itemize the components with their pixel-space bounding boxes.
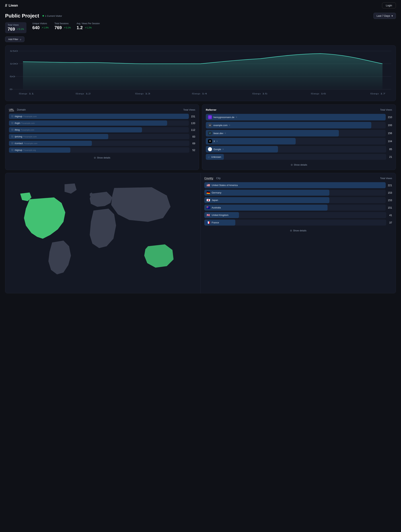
url-row-count: 151 bbox=[189, 115, 195, 118]
ref-row-count: 104 bbox=[386, 140, 392, 143]
url-row-content[interactable]: ⛓ /pricing ⧉example.com bbox=[9, 134, 189, 139]
url-row-content[interactable]: ⛓ /login ⧉example.com bbox=[9, 120, 189, 126]
panels-row: URL Domain Total Views ⛓ /signup ⧉exampl… bbox=[5, 104, 396, 170]
geo-col-label: Total Views bbox=[380, 177, 392, 180]
ref-row-label: ✕ X ⧉ bbox=[208, 139, 218, 143]
tab-city[interactable]: City bbox=[216, 177, 221, 180]
stats-row: Total Views 769 3.1% Unique Visitors 640… bbox=[5, 22, 396, 33]
geo-table-row: 🇬🇧 United Kingdom41 bbox=[204, 212, 392, 218]
geo-row-content[interactable]: 🇦🇺 Australia bbox=[204, 205, 386, 211]
stat-label-0: Total Views bbox=[8, 24, 24, 26]
tab-url[interactable]: URL bbox=[9, 108, 14, 111]
ext-link-icon: ⧉ bbox=[225, 132, 226, 134]
tab-domain[interactable]: Domain bbox=[17, 108, 26, 111]
url-table-row: ⛓ /blog ⧉example.com 112 bbox=[9, 127, 195, 133]
stat-value-row-1: 640 1.9% bbox=[32, 25, 49, 30]
url-domain: ⧉example.org bbox=[23, 149, 36, 151]
stat-value-row-0: 769 3.1% bbox=[8, 27, 24, 32]
geo-table-row: 🇫🇷 France37 bbox=[204, 220, 392, 226]
url-show-details[interactable]: ⊙ Show details bbox=[9, 154, 195, 159]
url-row-count: 69 bbox=[189, 142, 195, 145]
ext-link-icon: ⧉ bbox=[223, 148, 224, 150]
ref-row-content[interactable]: ⌕ Unknown bbox=[206, 154, 386, 160]
svg-text:Sep 11: Sep 11 bbox=[19, 93, 34, 95]
world-map-svg bbox=[9, 177, 197, 290]
chevron-down-icon: ▾ bbox=[392, 14, 393, 17]
geo-panel-header: Country City Total Views bbox=[204, 177, 392, 180]
date-range-label: Last 7 Days bbox=[376, 14, 390, 17]
tab-country[interactable]: Country bbox=[204, 177, 213, 180]
stat-avg-views: Avg. Views Per Session 1.2 1.2% bbox=[76, 22, 100, 30]
url-domain: ⧉example.com bbox=[24, 142, 37, 145]
logo-text: Liwan bbox=[9, 4, 18, 7]
url-row-content[interactable]: ⛓ /signup ⧉example.com bbox=[9, 114, 189, 119]
ref-table-row: ⌕ Unknown 21 bbox=[206, 154, 392, 160]
ref-name: Google bbox=[213, 148, 221, 151]
geo-row-label: 🇫🇷 France bbox=[207, 221, 219, 224]
ref-row-label: ● example.com ⧉ bbox=[208, 123, 230, 127]
geo-row-count: 37 bbox=[386, 221, 392, 224]
referrer-show-details[interactable]: ⊙ Show details bbox=[206, 161, 392, 166]
url-path: /login bbox=[15, 122, 20, 124]
url-domain: ⧉example.com bbox=[21, 122, 35, 124]
ext-link-icon: ⧉ bbox=[229, 124, 230, 126]
svg-text:150: 150 bbox=[10, 50, 18, 52]
ref-row-count: 156 bbox=[386, 132, 392, 135]
url-row-label: ⛓ /signup ⧉example.org bbox=[11, 149, 36, 152]
country-flag: 🇫🇷 bbox=[207, 221, 210, 224]
svg-text:50: 50 bbox=[10, 76, 15, 78]
ref-name: example.com bbox=[213, 124, 228, 127]
svg-text:Sep 12: Sep 12 bbox=[75, 93, 91, 95]
url-row-content[interactable]: ⛓ /signup ⧉example.org bbox=[9, 147, 189, 153]
geo-row-label: 🇯🇵 Japan bbox=[207, 198, 218, 202]
login-button[interactable]: Login bbox=[382, 3, 396, 8]
external-link-icon: ⧉ bbox=[23, 136, 25, 138]
date-range-selector[interactable]: Last 7 Days ▾ bbox=[374, 13, 396, 19]
ref-row-content[interactable]: ✕ X ⧉ bbox=[206, 138, 386, 145]
ref-row-content[interactable]: ⬡ henrygressmann.de ⧉ bbox=[206, 114, 386, 120]
url-row-label: ⛓ /blog ⧉example.com bbox=[11, 128, 34, 131]
stat-unique-visitors: Unique Visitors 640 1.9% bbox=[32, 22, 49, 30]
add-filter-button[interactable]: Add Filter ⌕ bbox=[5, 37, 25, 42]
geo-row-count: 153 bbox=[386, 191, 392, 194]
stat-change-1: 1.9% bbox=[41, 26, 49, 29]
ref-row-content[interactable]: ● example.com ⧉ bbox=[206, 122, 386, 128]
geo-show-details-label: Show details bbox=[293, 229, 306, 232]
ref-row-label: // liwan.dev ⧉ bbox=[208, 131, 226, 135]
geo-row-content[interactable]: 🇯🇵 Japan bbox=[204, 197, 386, 203]
geo-rows: 🇺🇸 United States of America221🇩🇪 Germany… bbox=[204, 182, 392, 226]
geo-row-content[interactable]: 🇩🇪 Germany bbox=[204, 190, 386, 196]
geo-show-details[interactable]: ⊙ Show details bbox=[204, 227, 392, 232]
geo-row-content[interactable]: 🇬🇧 United Kingdom bbox=[204, 212, 386, 218]
referrer-header-label: Referrer bbox=[206, 108, 216, 111]
logo: // Liwan bbox=[5, 3, 18, 8]
external-link-icon: ⧉ bbox=[23, 149, 25, 151]
external-link-icon: ⧉ bbox=[21, 129, 22, 131]
ref-table-row: G Google ⧉85 bbox=[206, 146, 392, 152]
url-row-content[interactable]: ⛓ /contact ⧉example.com bbox=[9, 141, 189, 146]
geo-row-count: 153 bbox=[386, 199, 392, 202]
stat-label-1: Unique Visitors bbox=[32, 22, 49, 25]
geo-row-count: 151 bbox=[386, 206, 392, 209]
svg-text:Sep 15: Sep 15 bbox=[252, 93, 267, 95]
ref-row-content[interactable]: G Google ⧉ bbox=[206, 146, 386, 152]
referrer-icon: G bbox=[208, 147, 212, 151]
stat-label-3: Avg. Views Per Session bbox=[76, 22, 100, 25]
geo-row-count: 41 bbox=[386, 214, 392, 217]
url-path: /signup bbox=[15, 115, 22, 118]
url-row-content[interactable]: ⛓ /blog ⧉example.com bbox=[9, 127, 189, 133]
ref-row-content[interactable]: // liwan.dev ⧉ bbox=[206, 130, 386, 136]
header-left: Public Project 1 Current Visitor bbox=[5, 13, 62, 19]
country-flag: 🇺🇸 bbox=[207, 184, 210, 187]
url-row-label: ⛓ /login ⧉example.com bbox=[11, 122, 35, 124]
geo-row-count: 221 bbox=[386, 184, 392, 187]
country-name: Germany bbox=[212, 191, 221, 194]
geo-row-content[interactable]: 🇫🇷 France bbox=[204, 220, 386, 226]
url-row-label: ⛓ /contact ⧉example.com bbox=[11, 142, 37, 145]
geo-row-content[interactable]: 🇺🇸 United States of America bbox=[204, 182, 386, 188]
url-row-label: ⛓ /pricing ⧉example.com bbox=[11, 135, 37, 138]
add-filter-label: Add Filter bbox=[8, 38, 19, 41]
country-name: Australia bbox=[212, 206, 221, 209]
url-row-count: 83 bbox=[189, 135, 195, 138]
url-rows: ⛓ /signup ⧉example.com 151⛓ /login ⧉exam… bbox=[9, 114, 195, 153]
